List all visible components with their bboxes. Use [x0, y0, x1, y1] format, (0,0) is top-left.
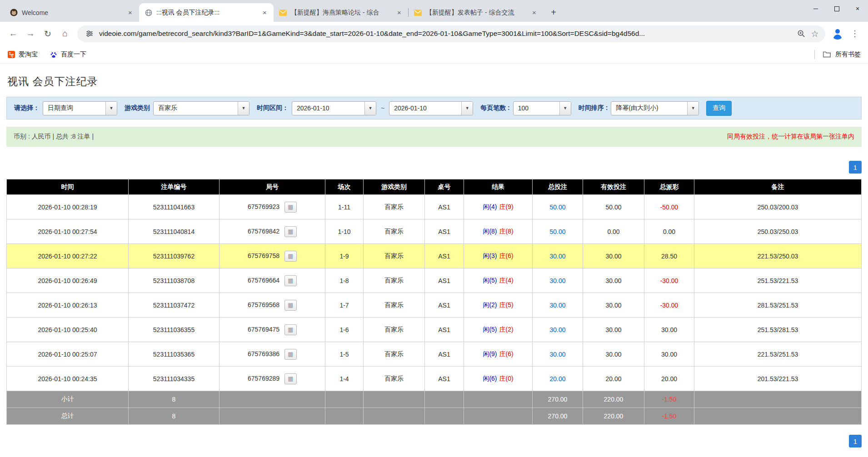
- tab-forum-post[interactable]: 【新提醒】发表帖子 - 综合交流 ×: [409, 3, 543, 22]
- tab-welcome[interactable]: Welcome ×: [5, 3, 139, 22]
- zoom-icon[interactable]: [794, 27, 808, 40]
- pagination-page-1[interactable]: 1: [849, 435, 862, 447]
- url-bar[interactable]: videoie.com/game/betrecord_search/kind3?…: [77, 25, 825, 42]
- all-bookmarks-button[interactable]: 所有书签: [835, 50, 861, 59]
- bookmark-star-icon[interactable]: ☆: [808, 27, 822, 40]
- cell-session: 1-9: [325, 244, 364, 268]
- tab-close-icon[interactable]: ×: [260, 8, 269, 17]
- globe-favicon-icon: [145, 9, 152, 16]
- cell-time: 2026-01-10 00:27:22: [7, 244, 129, 268]
- total-bet-link[interactable]: 30.00: [549, 253, 565, 260]
- cell-time: 2026-01-10 00:28:19: [7, 195, 129, 219]
- roadmap-button[interactable]: ▦: [284, 300, 297, 311]
- subtotal-row: 小计 8 270.00 220.00 -1.50: [7, 391, 862, 408]
- site-settings-icon[interactable]: [83, 27, 96, 40]
- tab-forum-thread[interactable]: 【新提醒】海燕策略论坛 - 综合 ×: [274, 3, 408, 22]
- bookmarks-separator: [814, 50, 815, 59]
- valid-bet-notice: 同局有效投注，统一计算在该局第一张注单内: [727, 133, 854, 141]
- roadmap-button[interactable]: ▦: [284, 373, 297, 384]
- roadmap-button[interactable]: ▦: [284, 275, 297, 286]
- subtotal-total-bet: 270.00: [533, 391, 583, 408]
- header-note: 备注: [694, 179, 862, 195]
- sort-value[interactable]: 降幂(由大到小): [611, 104, 687, 112]
- result-banker: 庄(6): [499, 252, 514, 259]
- cell-game: 百家乐: [364, 195, 425, 219]
- total-bet-link[interactable]: 30.00: [549, 351, 565, 358]
- date-start-select[interactable]: 2026-01-10 ▼: [292, 101, 376, 115]
- cell-total-bet: 20.00: [533, 367, 583, 391]
- date-start-value[interactable]: 2026-01-10: [292, 104, 364, 112]
- bookmark-taobao[interactable]: 爱淘宝: [7, 50, 38, 59]
- monkey-favicon-icon: [10, 9, 18, 16]
- round-number: 675769568: [248, 301, 279, 308]
- search-button[interactable]: 查询: [706, 101, 732, 116]
- bookmark-label: 爱淘宝: [19, 50, 38, 59]
- maximize-button[interactable]: [826, 0, 847, 17]
- cell-note: 201.53/221.53: [694, 367, 862, 391]
- result-banker: 庄(4): [499, 277, 514, 284]
- table-row: 2026-01-10 00:25:07 523111035365 6757693…: [7, 342, 862, 367]
- back-icon[interactable]: ←: [5, 25, 22, 42]
- chevron-down-icon[interactable]: ▼: [559, 102, 571, 115]
- total-bet-link[interactable]: 50.00: [549, 204, 565, 211]
- forward-icon[interactable]: →: [22, 25, 39, 42]
- tab-close-icon[interactable]: ×: [126, 8, 135, 17]
- mail-favicon-icon: [414, 9, 422, 16]
- query-type-select[interactable]: 日期查询 ▼: [43, 101, 117, 115]
- browser-menu-icon[interactable]: ⋮: [846, 25, 863, 42]
- total-bet-link[interactable]: 30.00: [549, 277, 565, 284]
- date-end-value[interactable]: 2026-01-10: [389, 104, 461, 112]
- per-page-select[interactable]: 100 ▼: [513, 101, 571, 115]
- cell-game: 百家乐: [364, 268, 425, 293]
- chevron-down-icon[interactable]: ▼: [364, 102, 376, 115]
- header-payout: 总派彩: [644, 179, 694, 195]
- cell-game: 百家乐: [364, 367, 425, 391]
- roadmap-button[interactable]: ▦: [284, 324, 297, 335]
- refresh-icon[interactable]: ↻: [39, 25, 56, 42]
- query-type-value[interactable]: 日期查询: [43, 104, 105, 112]
- roadmap-button[interactable]: ▦: [284, 349, 297, 360]
- tab-close-icon[interactable]: ×: [530, 8, 539, 17]
- roadmap-button[interactable]: ▦: [284, 251, 297, 262]
- sort-select[interactable]: 降幂(由大到小) ▼: [611, 101, 699, 115]
- new-tab-button[interactable]: +: [547, 5, 560, 19]
- game-type-select[interactable]: 百家乐 ▼: [153, 101, 249, 115]
- window-close-button[interactable]: ×: [847, 0, 868, 17]
- chevron-down-icon[interactable]: ▼: [238, 102, 249, 115]
- url-text[interactable]: videoie.com/game/betrecord_search/kind3?…: [99, 30, 794, 38]
- roadmap-icon: ▦: [288, 278, 293, 283]
- result-banker: 庄(5): [499, 301, 514, 308]
- cell-bet-id: 523111037472: [129, 293, 219, 318]
- total-bet-link[interactable]: 20.00: [549, 375, 565, 382]
- minimize-button[interactable]: ─: [805, 0, 826, 17]
- date-end-select[interactable]: 2026-01-10 ▼: [389, 101, 473, 115]
- chevron-down-icon[interactable]: ▼: [105, 102, 117, 115]
- roadmap-icon: ▦: [288, 327, 293, 333]
- tab-close-icon[interactable]: ×: [395, 8, 404, 17]
- cell-total-bet: 50.00: [533, 195, 583, 219]
- cell-session: 1-7: [325, 293, 364, 318]
- cell-table: AS1: [425, 219, 464, 244]
- cell-note: 250.03/250.03: [694, 219, 862, 244]
- home-icon[interactable]: ⌂: [56, 25, 74, 42]
- total-bet-link[interactable]: 30.00: [549, 326, 565, 333]
- roadmap-button[interactable]: ▦: [284, 226, 297, 237]
- roadmap-button[interactable]: ▦: [284, 202, 297, 213]
- chevron-down-icon[interactable]: ▼: [687, 102, 698, 115]
- cell-total-bet: 30.00: [533, 318, 583, 342]
- chevron-down-icon[interactable]: ▼: [461, 102, 473, 115]
- total-bet-link[interactable]: 30.00: [549, 302, 565, 309]
- cell-session: 1-10: [325, 219, 364, 244]
- tab-betrecord[interactable]: :::视讯 会员下注纪录::: ×: [139, 3, 274, 22]
- profile-button[interactable]: [829, 25, 846, 42]
- pagination-page-1[interactable]: 1: [849, 161, 862, 174]
- bookmark-baidu[interactable]: 百度一下: [50, 50, 86, 59]
- per-page-value[interactable]: 100: [514, 104, 559, 112]
- cell-game: 百家乐: [364, 293, 425, 318]
- total-bet-link[interactable]: 50.00: [549, 228, 565, 235]
- round-number: 675769842: [248, 227, 279, 234]
- cell-round: 675769664 ▦: [219, 268, 325, 293]
- cell-payout: -30.00: [644, 293, 694, 318]
- result-player: 闲(6): [483, 375, 497, 382]
- game-type-value[interactable]: 百家乐: [154, 104, 238, 112]
